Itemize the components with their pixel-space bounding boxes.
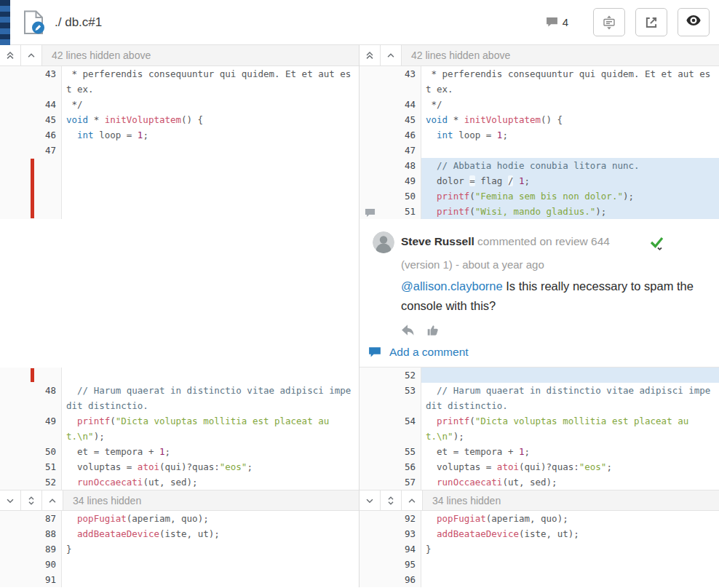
code-line	[421, 143, 719, 158]
comment-author[interactable]: Steve Russell	[401, 235, 474, 247]
line-number-value: 49	[45, 416, 56, 426]
code-row: 46 int loop = 1;	[360, 127, 719, 143]
line-number[interactable]: 43	[360, 66, 421, 97]
collapse-all-above-button[interactable]	[0, 45, 21, 65]
line-number[interactable]: 54	[360, 413, 421, 444]
line-number[interactable]: 44	[360, 97, 421, 112]
code-row: 45void * initVoluptatem() {	[0, 112, 359, 127]
line-number[interactable]: 49	[360, 173, 421, 188]
reply-button[interactable]	[401, 324, 414, 335]
line-number[interactable]: 96	[360, 572, 421, 587]
line-number-value: 44	[405, 99, 416, 110]
line-number-value: 46	[405, 130, 416, 140]
like-button[interactable]	[426, 324, 440, 335]
line-number[interactable]: 46	[360, 127, 421, 143]
line-number[interactable]: 89	[0, 541, 62, 557]
comment-thread: Steve Russell commented on review 644 (v…	[360, 219, 719, 368]
code-line: int loop = 1;	[62, 127, 359, 143]
line-number[interactable]: 57	[360, 474, 421, 490]
show-diff-button[interactable]	[678, 8, 710, 36]
code-row: 87 popFugiat(aperiam, quo);	[0, 511, 359, 526]
line-number[interactable]: 90	[0, 557, 62, 572]
code-line: et = tempora + 1;	[62, 444, 359, 459]
code-line	[62, 557, 359, 572]
line-number[interactable]: 51	[360, 204, 421, 219]
line-number-value: 87	[45, 513, 56, 524]
line-number[interactable]: 49	[0, 413, 62, 444]
code-line: int loop = 1;	[421, 127, 719, 143]
resolved-check-button[interactable]	[649, 234, 665, 253]
line-number[interactable]: 48	[0, 383, 62, 413]
code-row: 52 runOccaecati(ut, sed);	[0, 474, 359, 490]
code-row: 50 et = tempora + 1;	[0, 444, 359, 459]
line-number[interactable]: 94	[360, 541, 421, 557]
change-marker	[31, 159, 34, 218]
avatar	[373, 231, 394, 253]
chevron-up-icon	[407, 496, 417, 506]
code-line: // Abbatia hodie conubia litora nunc.	[421, 158, 719, 173]
code-line	[62, 143, 359, 158]
expand-all-button[interactable]	[21, 490, 42, 510]
line-number[interactable]: 48	[360, 158, 421, 173]
code-row: 89}	[0, 541, 359, 557]
line-number[interactable]: 44	[0, 97, 62, 112]
code-line: // Harum quaerat in distinctio vitae adi…	[421, 383, 719, 413]
file-edit-icon	[23, 10, 45, 35]
line-number[interactable]: 51	[0, 459, 62, 474]
code-row: 55 et = tempora + 1;	[360, 444, 719, 459]
add-comment-button[interactable]: Add a comment	[368, 346, 709, 359]
line-number[interactable]: 47	[360, 143, 421, 158]
expand-down-button[interactable]	[0, 490, 21, 510]
code-row: 49 printf("Dicta voluptas mollitia est p…	[0, 413, 359, 444]
line-number[interactable]: 95	[360, 557, 421, 572]
code-line	[62, 572, 359, 587]
diff-view: ./ db.c#1 4 42 lines hidden above43 * pe…	[0, 0, 719, 588]
comment-bubble-icon[interactable]	[365, 207, 376, 216]
code-row: 45void * initVoluptatem() {	[360, 112, 719, 127]
line-number[interactable]: 93	[360, 526, 421, 541]
line-number[interactable]: 43	[0, 66, 62, 97]
line-number[interactable]: 56	[360, 459, 421, 474]
line-number[interactable]: 45	[0, 112, 62, 127]
code-line	[421, 368, 719, 383]
line-number[interactable]: 47	[0, 143, 62, 158]
expand-down-button[interactable]	[360, 490, 381, 510]
line-number-value: 43	[405, 68, 416, 79]
file-marker-stripe	[0, 0, 10, 45]
line-number[interactable]: 55	[360, 444, 421, 459]
line-number-value: 88	[45, 528, 56, 539]
collapse-above-button[interactable]	[381, 45, 402, 65]
line-number-value: 51	[405, 206, 416, 217]
collapse-all-above-button[interactable]	[360, 45, 381, 65]
header-toolbar: 4	[546, 8, 719, 36]
comment-meta: (version 1) - about a year ago	[401, 258, 709, 271]
line-number[interactable]: 91	[0, 572, 62, 587]
code-row: 53 // Harum quaerat in distinctio vitae …	[360, 383, 719, 413]
line-number[interactable]: 87	[0, 511, 62, 526]
code-row: 50 printf("Femina sem bis non dolor.");	[360, 188, 719, 204]
external-link-icon	[644, 15, 659, 30]
line-number[interactable]: 45	[360, 112, 421, 127]
expand-up-button[interactable]	[42, 490, 63, 510]
collapse-comments-button[interactable]	[593, 8, 625, 36]
collapse-above-button[interactable]	[21, 45, 42, 65]
code-row: 49 dolor = flag / 1;	[360, 173, 719, 188]
line-number[interactable]: 53	[360, 383, 421, 413]
code-line: voluptas = atoi(qui)?quas:"eos";	[421, 459, 719, 474]
line-number[interactable]: 88	[0, 526, 62, 541]
double-chevron-up-icon	[365, 50, 375, 60]
line-number[interactable]: 52	[0, 474, 62, 490]
open-in-new-window-button[interactable]	[635, 8, 667, 36]
expand-up-button[interactable]	[402, 490, 423, 510]
code-line	[421, 572, 719, 587]
line-number-value: 92	[405, 513, 416, 524]
line-number[interactable]: 50	[360, 188, 421, 204]
expand-all-button[interactable]	[381, 490, 402, 510]
code-row: 47	[360, 143, 719, 158]
line-number[interactable]: 92	[360, 511, 421, 526]
comment-bubble-icon	[546, 17, 558, 28]
line-number[interactable]: 46	[0, 127, 62, 143]
line-number[interactable]: 50	[0, 444, 62, 459]
line-number[interactable]: 52	[360, 368, 421, 383]
mention-link[interactable]: @allison.clayborne	[401, 279, 503, 293]
